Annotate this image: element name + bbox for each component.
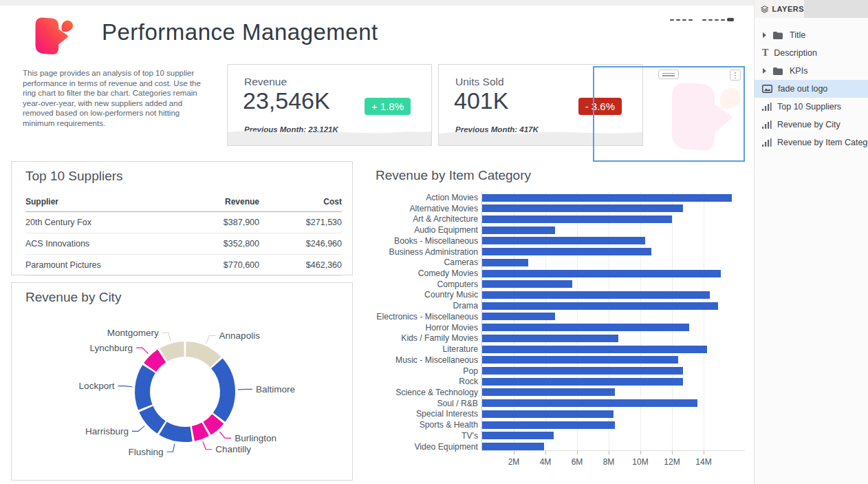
table-row[interactable]: ACS Innovations $352,800 $246,960 — [25, 233, 342, 255]
table-row[interactable]: 20th Century Fox $387,900 $271,530 — [25, 212, 342, 233]
layers-icon — [761, 5, 768, 14]
donut-slice[interactable] — [217, 364, 228, 417]
bar-category-label: Pop — [463, 366, 478, 376]
donut-slice[interactable] — [163, 428, 191, 434]
bar-category-label: Music - Miscellaneous — [395, 355, 478, 365]
layer-item-revenue-by-city[interactable]: Revenue by City — [755, 116, 868, 134]
bar — [482, 194, 732, 202]
brand-logo-icon — [26, 11, 78, 59]
donut-leader-line — [219, 432, 231, 438]
bar-category-label: Horror Movies — [425, 323, 478, 333]
card-title: Top 10 Suppliers — [25, 169, 123, 184]
donut-leader-line — [203, 441, 212, 449]
gridline — [704, 191, 704, 450]
widget-menu-kebab-icon[interactable]: ⋮ — [730, 70, 741, 81]
bar — [482, 367, 683, 375]
dashboard-designer: Performance Management This page provide… — [0, 0, 868, 484]
donut-slice-label: Harrisburg — [85, 426, 129, 436]
donut-leader-line — [166, 443, 174, 452]
bar-category-label: Cameras — [444, 257, 478, 267]
layer-item-fade-out-logo[interactable]: fade out logo — [755, 80, 868, 98]
bar-category-label: Business Administration — [389, 247, 478, 257]
bar-plot-area: 2M4M6M8M10M12M14M — [481, 191, 745, 451]
axis-tick — [514, 451, 514, 454]
layer-item-description[interactable]: T Description — [755, 44, 868, 62]
axis-tick-label: 4M — [540, 457, 552, 467]
donut-slice[interactable] — [207, 419, 218, 428]
table-header-row: Supplier Revenue Cost — [25, 192, 342, 212]
kpi-label: Revenue — [244, 76, 287, 88]
bar — [482, 237, 645, 244]
layers-tab[interactable]: LAYERS — [755, 0, 804, 18]
axis-tick-label: 10M — [632, 457, 648, 467]
revenue-by-city-card[interactable]: Revenue by City AnnapolisBaltimoreBurlin… — [11, 282, 353, 481]
bar-category-label: Soul / R&B — [437, 399, 478, 408]
layer-item-label: fade out logo — [778, 84, 827, 94]
cell-revenue: $387,900 — [177, 212, 259, 233]
kpi-card-revenue[interactable]: Revenue 23,546K + 1.8% Previous Month: 2… — [227, 64, 432, 146]
bar-category-label: Computers — [437, 280, 478, 289]
donut-slice[interactable] — [193, 429, 206, 433]
bar — [482, 335, 618, 342]
kpi-value: 401K — [454, 87, 508, 114]
widget-drag-handle[interactable] — [658, 70, 679, 79]
canvas-top-margin — [0, 0, 754, 6]
kpi-sparkline — [228, 126, 431, 145]
layer-item-top-10-suppliers[interactable]: Top 10 Suppliers — [755, 98, 868, 116]
revenue-by-item-category-chart[interactable]: Revenue by Item Category Action MoviesAl… — [365, 161, 745, 484]
donut-leader-line — [206, 335, 216, 343]
axis-tick — [640, 451, 641, 454]
bar — [482, 399, 697, 407]
cell-supplier: Paramount Pictures — [25, 255, 177, 276]
bar — [482, 432, 554, 439]
layer-item-kpis[interactable]: KPIs — [755, 62, 868, 80]
cell-cost: $462,360 — [259, 255, 342, 276]
bar — [482, 259, 528, 266]
bar-category-label: Literature — [443, 344, 479, 354]
bar — [482, 204, 683, 212]
bar-category-label: Country Music — [424, 290, 478, 299]
bar — [482, 313, 555, 320]
bar — [482, 421, 615, 429]
donut-slice-label: Annapolis — [219, 330, 261, 341]
donut-slice-label: Flushing — [128, 447, 163, 457]
donut-slice[interactable] — [150, 356, 162, 368]
axis-tick-label: 8M — [603, 457, 615, 467]
donut-leader-line — [118, 386, 132, 387]
selected-widget-fade-out-logo[interactable]: ⋮ — [593, 66, 745, 162]
caret-right-icon[interactable] — [763, 68, 766, 74]
layer-item-revenue-by-item-category[interactable]: Revenue by Item Catego — [755, 134, 868, 151]
donut-slice[interactable] — [142, 369, 149, 408]
cell-supplier: 20th Century Fox — [25, 212, 177, 233]
kpi-label: Units Sold — [455, 76, 504, 88]
donut-slice[interactable] — [164, 349, 184, 355]
gridline — [672, 191, 673, 450]
donut-slice-label: Lynchburg — [90, 343, 133, 353]
caret-right-icon[interactable] — [763, 32, 766, 38]
page-title: Performance Management — [102, 19, 378, 45]
layer-item-label: Revenue by Item Catego — [777, 138, 868, 147]
layer-item-label: Top 10 Suppliers — [777, 102, 841, 112]
minimized-element-dashes — [670, 18, 734, 21]
bar-category-label: Drama — [453, 301, 478, 311]
bar-category-label: TV's — [462, 431, 478, 441]
bar — [482, 356, 678, 364]
col-revenue: Revenue — [177, 192, 259, 212]
donut-slice-label: Montgomery — [107, 328, 159, 338]
donut-slice[interactable] — [146, 409, 161, 427]
top-10-suppliers-card[interactable]: Top 10 Suppliers Supplier Revenue Cost 2… — [11, 161, 353, 275]
layers-panel: LAYERS Title T Description KPIs fade — [754, 0, 868, 484]
layers-tab-label: LAYERS — [772, 5, 804, 13]
axis-tick-label: 14M — [695, 457, 711, 467]
bar-category-label: Special Interests — [416, 409, 478, 419]
bar — [482, 410, 614, 418]
bar-category-label: Kids / Family Movies — [401, 333, 478, 343]
layer-item-label: Revenue by City — [777, 120, 840, 129]
table-row[interactable]: Paramount Pictures $770,600 $462,360 — [25, 255, 342, 276]
layer-item-title[interactable]: Title — [755, 26, 868, 44]
donut-slice-label: Chantilly — [215, 444, 251, 454]
donut-slice[interactable] — [186, 349, 215, 362]
bar-category-label: Books - Miscellaneous — [394, 236, 478, 246]
revenue-by-city-donut-chart: AnnapolisBaltimoreBurlingtonChantillyFlu… — [12, 283, 352, 480]
bar — [482, 443, 544, 450]
